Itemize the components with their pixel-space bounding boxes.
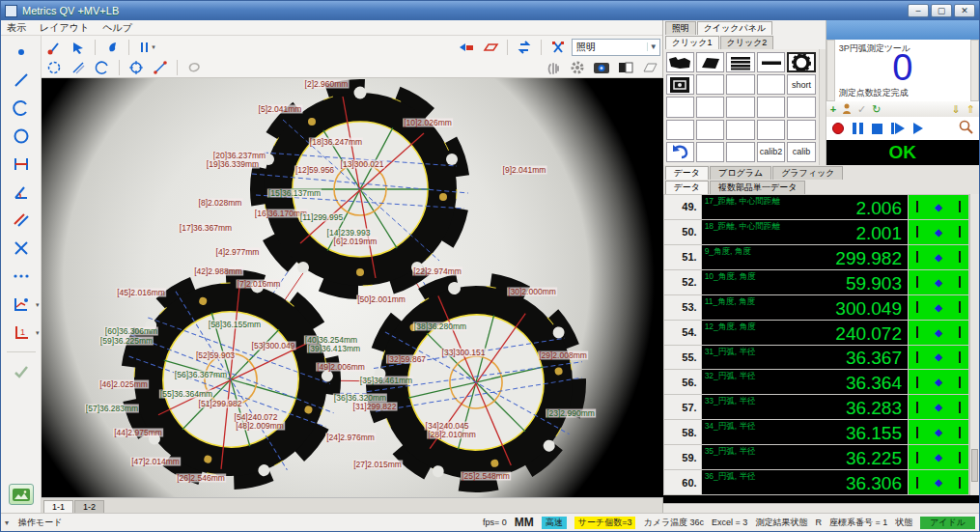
menu-view[interactable]: 表示: [7, 21, 26, 35]
preset-button-calib[interactable]: calib: [787, 142, 815, 162]
parallel-mode-icon[interactable]: ▾: [135, 38, 156, 56]
user-icon[interactable]: [842, 103, 852, 116]
lighting-select[interactable]: 照明 ▼: [572, 39, 660, 56]
preset-button-short[interactable]: short: [787, 74, 815, 95]
preset-button-empty[interactable]: [787, 120, 815, 140]
results-hscrollbar[interactable]: [663, 503, 979, 513]
stage-plane-icon[interactable]: [639, 58, 660, 76]
coordinate-tool-icon[interactable]: 1▾: [10, 322, 33, 343]
confirm-check-icon[interactable]: ✓: [857, 103, 866, 116]
table-row[interactable]: 51.9_角度, 角度299.982◆: [664, 245, 968, 269]
preset-button-empty[interactable]: [696, 74, 724, 95]
table-row[interactable]: 54.12_角度, 角度240.072◆: [664, 321, 968, 345]
preset-button-empty[interactable]: [726, 120, 754, 140]
preset-button-empty[interactable]: [757, 120, 785, 140]
preset-button-quad[interactable]: [696, 52, 724, 72]
table-row[interactable]: 55.31_円弧, 半径36.367◆: [664, 346, 968, 370]
tab-program[interactable]: プログラム: [710, 166, 771, 180]
preset-button-empty[interactable]: [666, 97, 694, 117]
preset-button-calib2[interactable]: calib2: [757, 142, 785, 162]
parallel-lines-tool-icon[interactable]: [10, 210, 33, 231]
table-row[interactable]: 49.17_距離, 中心間距離2.006◆: [664, 195, 968, 219]
tab-quick-panel[interactable]: クイックパネル: [697, 21, 772, 35]
table-row[interactable]: 50.18_距離, 中心間距離2.001◆: [664, 220, 968, 244]
preset-button-empty[interactable]: [726, 142, 754, 162]
circle-tool-icon[interactable]: [10, 126, 33, 147]
table-row[interactable]: 60.36_円弧, 半径36.306◆: [664, 470, 968, 494]
angle-tool-icon[interactable]: [10, 182, 33, 203]
arc-probe-icon[interactable]: [92, 58, 113, 76]
points-tool-icon[interactable]: [10, 266, 33, 287]
preset-button-pattern[interactable]: [666, 74, 694, 95]
chevron-down-icon[interactable]: ▼: [647, 42, 659, 51]
preset-button-empty[interactable]: [726, 74, 754, 95]
contrast-icon[interactable]: [615, 58, 636, 76]
sync-icon[interactable]: [514, 38, 535, 56]
tab-click1[interactable]: クリック1: [665, 36, 719, 49]
tool-info-left-scrollbar[interactable]: [826, 40, 835, 101]
maximize-button[interactable]: ▢: [931, 4, 952, 17]
pan-hand-icon[interactable]: [543, 58, 564, 76]
preset-grid-scrollbar[interactable]: [819, 49, 826, 165]
viewer-tab-2[interactable]: 1-2: [74, 500, 104, 513]
distance-tool-icon[interactable]: [10, 154, 33, 175]
menu-help[interactable]: ヘルプ: [102, 21, 132, 35]
preset-button-empty[interactable]: [666, 120, 694, 140]
step-run-button[interactable]: [891, 123, 905, 134]
close-button[interactable]: ✕: [954, 4, 975, 17]
preset-button-undo[interactable]: [666, 142, 694, 162]
preset-button-lines[interactable]: [726, 52, 754, 72]
line-probe-icon[interactable]: [68, 58, 89, 76]
table-row[interactable]: 59.35_円弧, 半径36.225◆: [664, 445, 968, 469]
arc-tool-icon[interactable]: [10, 98, 33, 119]
viewer-tab-1[interactable]: 1-1: [43, 500, 73, 513]
preset-button-blob[interactable]: [666, 52, 694, 72]
lasso-icon[interactable]: [183, 58, 205, 76]
preset-button-bar[interactable]: [757, 52, 785, 72]
table-row[interactable]: 58.34_円弧, 半径36.155◆: [664, 420, 968, 444]
table-row[interactable]: 52.10_角度, 角度59.903◆: [664, 270, 968, 294]
camera-icon[interactable]: [591, 58, 612, 76]
image-capture-button[interactable]: [9, 484, 34, 505]
tab-lighting[interactable]: 照明: [665, 21, 696, 35]
move-down-icon[interactable]: ⇓: [952, 103, 961, 116]
move-up-icon[interactable]: ⇑: [966, 103, 975, 116]
grab-tool-icon[interactable]: [101, 38, 123, 56]
circle-probe-icon[interactable]: [43, 58, 65, 76]
preset-button-empty[interactable]: [696, 142, 724, 162]
preset-button-gear[interactable]: [787, 52, 815, 72]
minimize-button[interactable]: –: [908, 4, 929, 17]
pause-button[interactable]: [853, 123, 863, 134]
table-row[interactable]: 57.33_円弧, 半径36.283◆: [664, 395, 968, 419]
stop-button[interactable]: [872, 124, 882, 134]
tab-data[interactable]: データ: [665, 166, 709, 180]
settings-gear-icon[interactable]: [567, 58, 588, 76]
preset-button-empty[interactable]: [696, 120, 724, 140]
preset-button-empty[interactable]: [696, 97, 724, 117]
select-cursor-icon[interactable]: [68, 38, 89, 56]
results-scrollbar[interactable]: [969, 194, 979, 495]
tab-graphic[interactable]: グラフィック: [772, 166, 843, 180]
graph-tool-icon[interactable]: ▾: [10, 294, 33, 315]
stage-move-icon[interactable]: [456, 38, 477, 56]
intersection-tool-icon[interactable]: [10, 238, 33, 259]
preset-button-empty[interactable]: [757, 97, 785, 117]
line-tool-icon[interactable]: [10, 70, 33, 91]
add-icon[interactable]: +: [830, 103, 836, 115]
preset-button-empty[interactable]: [757, 74, 785, 95]
refresh-icon[interactable]: ↻: [872, 103, 881, 116]
camera-viewport[interactable]: [2]2.960mm[5]2.041mm[10]2.026mm[18]36.24…: [42, 78, 663, 497]
confirm-tool-icon[interactable]: [10, 361, 33, 382]
tab-data-sub[interactable]: データ: [665, 181, 709, 194]
menu-layout[interactable]: レイアウト: [40, 21, 89, 35]
point-tool-icon[interactable]: [10, 42, 33, 63]
tool-info-right-scrollbar[interactable]: [970, 40, 979, 101]
marker-icon[interactable]: [547, 38, 569, 56]
pick-point-icon[interactable]: [43, 38, 65, 56]
run-button[interactable]: [913, 123, 923, 134]
mode-caret-icon[interactable]: ▾: [5, 518, 9, 527]
preset-button-empty[interactable]: [726, 97, 754, 117]
table-row[interactable]: 53.11_角度, 角度300.049◆: [664, 295, 968, 320]
tab-multi-part[interactable]: 複数部品単一データ: [710, 181, 805, 194]
edge-line-icon[interactable]: [150, 58, 171, 76]
